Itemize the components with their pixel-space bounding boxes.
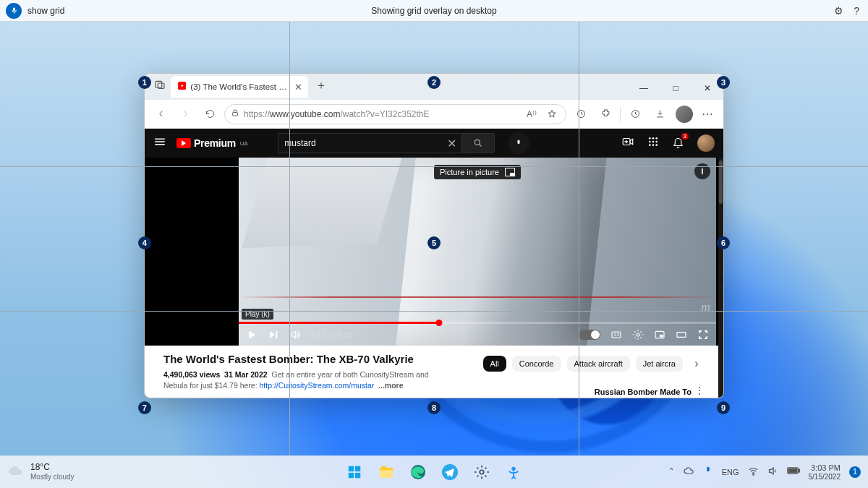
description-link[interactable]: http://CuriosityStream.com/mustar	[260, 381, 375, 390]
chips-next-icon[interactable]: ›	[689, 356, 705, 372]
voice-access-app-icon[interactable]	[500, 458, 527, 486]
grid-cell-7[interactable]: 7	[138, 401, 151, 414]
settings-app-icon[interactable]	[468, 458, 495, 486]
help-icon[interactable]: ?	[854, 5, 859, 17]
grid-cell-1[interactable]: 1	[138, 76, 151, 89]
chip-attack[interactable]: Attack aircraft	[567, 356, 630, 372]
related-chips: All Concorde Attack aircraft Jet aircra …	[483, 356, 705, 372]
browser-tab[interactable]: (3) The World's Fastest Bomber: ✕	[171, 76, 308, 98]
menu-icon[interactable]	[153, 135, 168, 151]
search-clear-icon[interactable]: ✕	[441, 133, 461, 153]
volume-button[interactable]	[289, 329, 301, 341]
profile-avatar[interactable]	[676, 106, 693, 123]
weather-widget[interactable]: 18°C Mostly cloudy	[0, 463, 75, 481]
miniplayer-button[interactable]	[654, 329, 665, 341]
window-maximize-button[interactable]: □	[660, 77, 692, 100]
favorite-button[interactable]	[544, 106, 560, 122]
svg-rect-17	[612, 332, 621, 338]
youtube-logo[interactable]: Premium UA	[176, 137, 247, 149]
history-button[interactable]	[625, 104, 645, 124]
read-aloud-button[interactable]: A⁾⁾	[524, 106, 540, 122]
svg-point-11	[649, 141, 651, 143]
settings-icon[interactable]: ⚙	[834, 5, 843, 17]
nav-forward-button[interactable]	[175, 104, 195, 124]
svg-rect-25	[349, 473, 354, 478]
tracking-prevention-icon[interactable]	[571, 104, 591, 124]
related-video-menu-icon[interactable]: ⋮	[694, 385, 705, 396]
system-tray: ˄ ENG 3:03 PM 5/15/2022 1	[669, 463, 868, 481]
account-avatar[interactable]	[697, 134, 715, 152]
svg-rect-23	[349, 466, 354, 471]
video-frame[interactable]: m i Picture in picture Play (k)	[239, 158, 716, 346]
language-indicator[interactable]: ENG	[722, 468, 739, 476]
desktop: show grid Showing grid overlay on deskto…	[0, 0, 868, 488]
video-player[interactable]: m i Picture in picture Play (k)	[145, 158, 723, 346]
create-icon[interactable]	[621, 135, 634, 151]
nav-back-button[interactable]	[150, 104, 171, 124]
grid-cell-2[interactable]: 2	[427, 76, 441, 89]
tray-chevron-icon[interactable]: ˄	[669, 466, 674, 477]
extensions-button[interactable]	[595, 104, 616, 124]
downloads-button[interactable]	[650, 104, 670, 124]
apps-icon[interactable]	[647, 136, 659, 150]
start-button[interactable]	[341, 458, 368, 486]
voice-search-icon[interactable]	[508, 132, 529, 154]
svg-rect-34	[798, 469, 799, 472]
fullscreen-button[interactable]	[697, 329, 709, 341]
play-button[interactable]	[246, 329, 258, 341]
menu-button[interactable]: ⋯	[697, 104, 718, 124]
page-scrollbar[interactable]	[718, 158, 723, 398]
voice-mic-button[interactable]	[6, 3, 22, 19]
theater-button[interactable]	[676, 329, 687, 341]
svg-point-14	[649, 144, 651, 146]
tray-mic-icon[interactable]	[703, 466, 713, 478]
nav-refresh-button[interactable]	[200, 104, 220, 124]
tab-actions-icon[interactable]	[152, 77, 168, 93]
settings-button[interactable]	[632, 329, 644, 341]
chip-jet[interactable]: Jet aircra	[636, 356, 683, 372]
wifi-icon[interactable]	[748, 466, 759, 479]
address-bar[interactable]: https://www.youtube.com/watch?v=YI32c352…	[224, 104, 566, 124]
captions-button[interactable]	[610, 329, 622, 341]
volume-icon[interactable]	[767, 466, 778, 479]
youtube-header: Premium UA ✕	[145, 129, 723, 158]
svg-point-6	[475, 140, 480, 145]
grid-cell-8[interactable]: 8	[427, 401, 441, 414]
video-info: The World's Fastest Bomber: The XB-70 Va…	[145, 346, 723, 398]
grid-cell-4[interactable]: 4	[138, 236, 151, 249]
window-minimize-button[interactable]: ―	[628, 77, 660, 100]
svg-rect-3	[233, 113, 238, 116]
channel-watermark[interactable]: m	[701, 300, 710, 315]
svg-rect-27	[380, 470, 393, 478]
pillarbox-left	[145, 158, 239, 346]
new-tab-button[interactable]: ＋	[311, 76, 331, 96]
chip-concorde[interactable]: Concorde	[512, 356, 561, 372]
svg-rect-26	[355, 473, 360, 478]
voice-command-text: show grid	[27, 6, 64, 16]
pip-tooltip[interactable]: Picture in picture	[434, 165, 521, 179]
grid-cell-3[interactable]: 3	[717, 76, 730, 89]
notifications-icon[interactable]: 3	[672, 136, 684, 151]
more-button[interactable]: ...more	[378, 381, 403, 390]
grid-cell-6[interactable]: 6	[717, 236, 730, 249]
next-button[interactable]	[268, 329, 279, 341]
tab-close-icon[interactable]: ✕	[294, 82, 302, 93]
grid-cell-9[interactable]: 9	[717, 401, 730, 414]
search-input[interactable]	[278, 133, 441, 153]
battery-icon[interactable]	[787, 466, 800, 477]
edge-icon[interactable]	[404, 458, 432, 486]
clock[interactable]: 3:03 PM 5/15/2022	[809, 463, 841, 481]
chip-all[interactable]: All	[483, 356, 506, 372]
related-video-title[interactable]: Russian Bomber Made To	[595, 388, 692, 396]
grid-cell-5[interactable]: 5	[427, 236, 441, 249]
svg-rect-24	[355, 466, 360, 471]
onedrive-icon[interactable]	[683, 465, 694, 479]
telegram-icon[interactable]	[436, 458, 464, 486]
search-button[interactable]	[461, 133, 495, 153]
file-explorer-icon[interactable]	[373, 458, 400, 486]
cards-icon[interactable]: i	[694, 163, 710, 179]
lock-icon[interactable]	[231, 108, 239, 119]
notification-center[interactable]: 1	[849, 466, 861, 478]
autoplay-toggle[interactable]	[579, 330, 600, 340]
svg-rect-21	[677, 332, 686, 337]
